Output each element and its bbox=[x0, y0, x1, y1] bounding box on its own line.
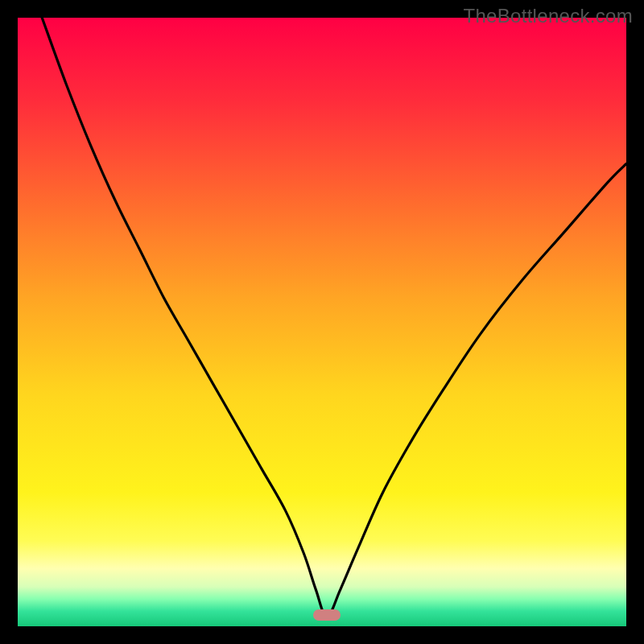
bottleneck-curve bbox=[18, 18, 626, 626]
watermark-text: TheBottleneck.com bbox=[463, 5, 633, 27]
optimal-marker bbox=[313, 609, 341, 621]
chart-stage: TheBottleneck.com bbox=[0, 0, 644, 644]
plot-area bbox=[18, 18, 626, 626]
